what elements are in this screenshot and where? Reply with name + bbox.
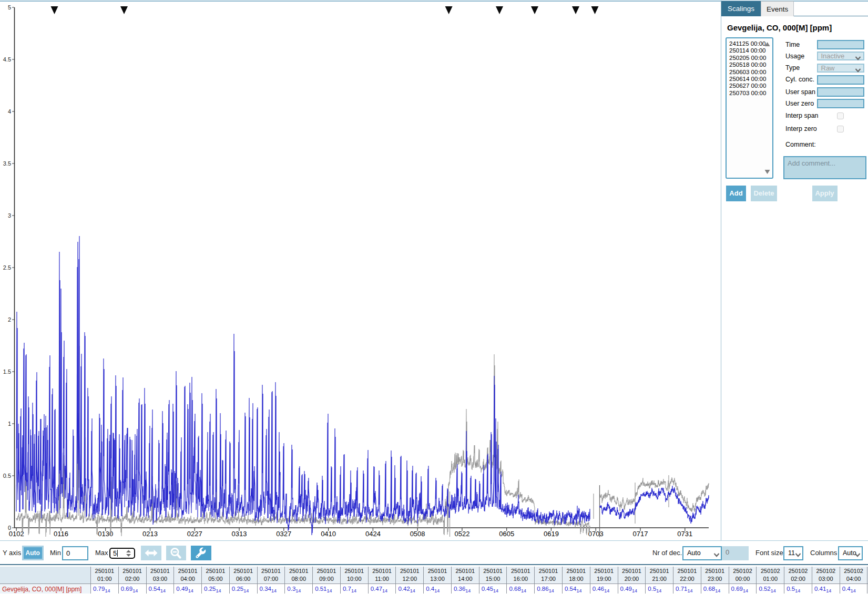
svg-text:3.5: 3.5 (3, 160, 11, 167)
svg-text:4.5: 4.5 (3, 56, 11, 63)
svg-text:4: 4 (8, 108, 11, 115)
svg-text:0619: 0619 (544, 530, 559, 538)
svg-text:0213: 0213 (142, 530, 158, 538)
svg-text:0102: 0102 (9, 530, 24, 538)
svg-text:0227: 0227 (187, 530, 202, 538)
svg-text:0508: 0508 (410, 530, 425, 538)
svg-text:0731: 0731 (677, 530, 692, 538)
svg-text:0703: 0703 (588, 530, 604, 538)
svg-text:0327: 0327 (276, 530, 291, 538)
svg-text:0424: 0424 (365, 530, 381, 538)
svg-text:1.5: 1.5 (3, 368, 11, 375)
svg-text:0605: 0605 (499, 530, 514, 538)
svg-text:0.5: 0.5 (3, 473, 11, 479)
svg-text:0116: 0116 (54, 530, 68, 538)
svg-text:0410: 0410 (321, 530, 336, 538)
svg-text:0313: 0313 (232, 530, 247, 538)
svg-text:5: 5 (8, 4, 11, 11)
svg-text:3: 3 (8, 212, 11, 219)
svg-text:2.5: 2.5 (3, 264, 11, 271)
svg-text:0717: 0717 (633, 530, 648, 538)
svg-text:2: 2 (8, 316, 11, 323)
svg-text:0522: 0522 (454, 530, 469, 538)
svg-text:1: 1 (8, 421, 11, 427)
